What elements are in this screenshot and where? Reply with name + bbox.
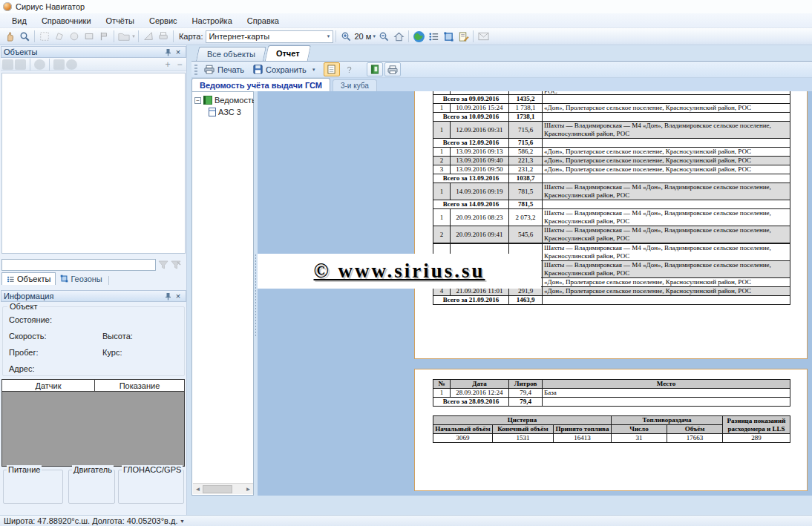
region-edit-icon[interactable] <box>52 30 67 44</box>
tree-expander-icon[interactable]: − <box>194 97 201 104</box>
tab-geozones[interactable]: Геозоны <box>56 272 106 285</box>
scroll-right-icon[interactable]: ► <box>243 486 253 493</box>
link-icon[interactable] <box>15 59 26 70</box>
map-select[interactable]: Интернет-карты ▼ <box>206 30 333 43</box>
save-button[interactable]: Сохранить <box>249 62 310 76</box>
table-cell: 13.09.2016 09:13 <box>451 148 509 157</box>
table-row: 120.09.2016 08:232 073,2Шахты — Владимир… <box>433 209 790 226</box>
close-icon[interactable]: × <box>173 47 183 57</box>
menu-settings[interactable]: Настройка <box>185 15 240 27</box>
subtab-gsm-report[interactable]: Ведомость учёта выдачи ГСМ <box>191 78 330 91</box>
objects-list-icon[interactable] <box>426 30 441 44</box>
report-book-icon <box>203 96 212 105</box>
zoom-out-icon[interactable] <box>376 30 391 44</box>
close-icon[interactable]: × <box>173 291 183 301</box>
subtab-cubes-label: 3-и куба <box>341 82 369 90</box>
page-setup-toggle[interactable] <box>324 62 340 76</box>
subtab-cubes[interactable]: 3-и куба <box>333 79 377 91</box>
table-cell: 2 <box>433 157 451 165</box>
table-cell: 1435,2 <box>509 95 543 104</box>
objects-panel-header: Объекты × <box>1 46 186 58</box>
table-cell: 79,4 <box>509 398 543 407</box>
rect-tool-icon[interactable] <box>82 30 96 44</box>
menu-directories[interactable]: Справочники <box>34 15 99 27</box>
menu-reports[interactable]: Отчёты <box>99 15 142 27</box>
power-groupbox: Питание <box>3 470 63 504</box>
print-button[interactable]: Печать <box>200 62 248 76</box>
table-cell: 1 <box>433 122 451 139</box>
region-select-icon[interactable] <box>37 30 52 44</box>
report-book-button[interactable] <box>367 62 383 76</box>
zoom-in-icon[interactable] <box>338 30 353 44</box>
sensor-col-header[interactable]: Датчик <box>2 380 95 391</box>
status-dropdown-icon[interactable]: ▼ <box>180 519 185 524</box>
measure-icon[interactable] <box>141 30 156 44</box>
vehicle-icon[interactable] <box>53 59 65 70</box>
add-group-icon[interactable] <box>2 59 13 70</box>
tree-node-vedomost[interactable]: − Ведомость <box>194 96 256 105</box>
menu-help[interactable]: Справка <box>240 15 287 27</box>
table-cell: 13.09.2016 09:40 <box>451 157 509 165</box>
notes-icon[interactable] <box>456 30 471 44</box>
toolbar-separator <box>408 30 409 42</box>
tab-objects-label: Объекты <box>17 274 50 283</box>
pan-hand-icon[interactable] <box>2 30 17 44</box>
table-cell: 545,6 <box>509 226 543 243</box>
search-input[interactable] <box>1 259 156 271</box>
clear-filter-icon[interactable] <box>171 260 181 269</box>
globe-icon[interactable] <box>411 30 426 44</box>
table-cell: 20.09.2016 09:41 <box>451 226 509 243</box>
pin-icon[interactable] <box>163 291 173 301</box>
column-header: Топливораздача <box>612 416 723 425</box>
layers-dropdown-icon[interactable]: ▼ <box>131 34 136 39</box>
minus-icon[interactable]: − <box>174 59 185 70</box>
geozones-icon[interactable] <box>441 30 456 44</box>
print-map-icon[interactable] <box>156 30 171 44</box>
reading-col-header[interactable]: Показание <box>95 380 184 391</box>
help-button[interactable]: ? <box>341 62 358 76</box>
save-dropdown-icon[interactable]: ▼ <box>312 68 316 72</box>
power-label: Питание <box>7 465 42 474</box>
objects-panel: Объекты × + − Объекты <box>0 45 187 515</box>
toolbar-separator <box>138 30 139 42</box>
layers-folder-icon[interactable] <box>117 30 131 44</box>
message-icon[interactable] <box>476 30 491 44</box>
window-title: Сириус Навигатор <box>16 2 85 11</box>
tab-report[interactable]: Отчет <box>265 45 311 61</box>
tree-node-azs[interactable]: АЗС 3 <box>209 108 241 116</box>
table-cell: 1463,9 <box>509 296 543 305</box>
table-cell: 781,5 <box>509 200 543 209</box>
menu-service[interactable]: Сервис <box>142 15 185 27</box>
flag-tool-icon[interactable] <box>96 30 111 44</box>
tab-all-objects[interactable]: Все объекты <box>196 47 266 61</box>
world-icon[interactable] <box>66 59 77 70</box>
table-row: Всего за 09.09.20161435,2 <box>433 95 790 104</box>
menu-view[interactable]: Вид <box>4 15 34 27</box>
toolbar-separator <box>114 30 114 42</box>
report-preview[interactable]: РОСВсего за 09.09.20161435,2110.09.2016 … <box>258 91 812 496</box>
zoom-tool-icon[interactable] <box>17 30 32 44</box>
report-page-1: РОСВсего за 09.09.20161435,2110.09.2016 … <box>414 91 808 359</box>
table-row: 128.09.2016 12:2479,4База <box>433 389 790 398</box>
column-header: Принято топлива <box>554 425 612 434</box>
pin-icon[interactable] <box>163 47 173 57</box>
globe-small-icon[interactable] <box>34 59 45 70</box>
filter-icon[interactable] <box>158 260 168 269</box>
toolbar-separator <box>335 30 336 42</box>
column-header: Объём <box>667 425 723 434</box>
plus-icon[interactable]: + <box>163 59 173 70</box>
circle-tool-icon[interactable] <box>67 30 82 44</box>
divider <box>108 276 109 285</box>
home-icon[interactable] <box>391 30 406 44</box>
objects-list-icon <box>7 275 15 283</box>
tree-horizontal-scrollbar[interactable]: ◄ ► <box>193 483 253 494</box>
scroll-left-icon[interactable]: ◄ <box>193 486 203 493</box>
tab-objects[interactable]: Объекты <box>1 272 56 285</box>
print-preview-button[interactable] <box>384 62 401 76</box>
table-cell <box>543 200 790 209</box>
workspace: Все объекты Отчет Печать Сохранить ▼ ? В… <box>191 45 812 515</box>
objects-list[interactable] <box>1 73 186 254</box>
scrollbar-thumb[interactable] <box>203 485 232 493</box>
table-cell: «Дон», Пролетарское сельское поселение, … <box>543 287 790 296</box>
address-label: Адрес: <box>9 364 35 373</box>
